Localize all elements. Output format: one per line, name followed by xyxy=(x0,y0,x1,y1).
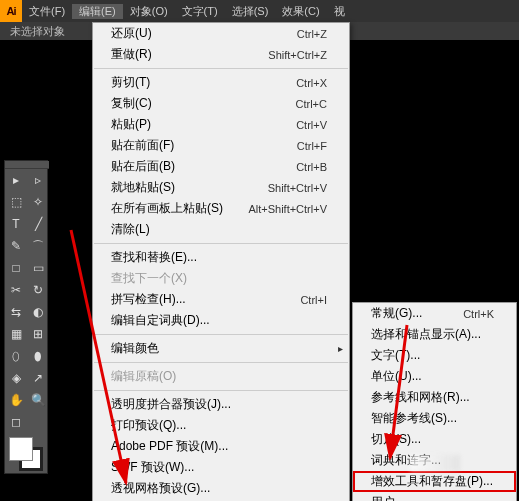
tool-16[interactable]: ⬯ xyxy=(5,345,27,367)
edit-menu-item-3[interactable]: 剪切(T)Ctrl+X xyxy=(93,72,349,93)
edit-menu-item-shortcut: Shift+Ctrl+Z xyxy=(268,49,327,61)
menu-select[interactable]: 选择(S) xyxy=(225,4,276,19)
tool-2[interactable]: ⬚ xyxy=(5,191,27,213)
edit-menu-item-label: 透视网格预设(G)... xyxy=(111,480,210,497)
prefs-menu-item-label: 文字(T)... xyxy=(371,347,420,364)
prefs-menu-item-label: 用户... xyxy=(371,494,405,501)
edit-menu-item-label: 还原(U) xyxy=(111,25,152,42)
edit-menu-item-label: 查找下一个(X) xyxy=(111,270,187,287)
tool-8[interactable]: □ xyxy=(5,257,27,279)
menu-effect[interactable]: 效果(C) xyxy=(275,4,326,19)
edit-menu-item-shortcut: Ctrl+V xyxy=(296,119,327,131)
edit-menu-item-label: 在所有画板上粘贴(S) xyxy=(111,200,223,217)
edit-menu-separator xyxy=(94,334,348,335)
prefs-menu-item-6[interactable]: 切片(S)... xyxy=(353,429,516,450)
tool-22[interactable]: ◻ xyxy=(5,411,27,433)
edit-menu-item-8[interactable]: 就地粘贴(S)Shift+Ctrl+V xyxy=(93,177,349,198)
edit-menu-item-label: 重做(R) xyxy=(111,46,152,63)
prefs-menu-item-1[interactable]: 选择和锚点显示(A)... xyxy=(353,324,516,345)
menu-file[interactable]: 文件(F) xyxy=(22,4,72,19)
edit-menu-item-25[interactable]: 透视网格预设(G)... xyxy=(93,478,349,499)
edit-menu-item-19: 编辑原稿(O) xyxy=(93,366,349,387)
edit-menu-item-21[interactable]: 透明度拼合器预设(J)... xyxy=(93,394,349,415)
prefs-menu-item-4[interactable]: 参考线和网格(R)... xyxy=(353,387,516,408)
edit-menu-item-0[interactable]: 还原(U)Ctrl+Z xyxy=(93,23,349,44)
edit-menu-item-23[interactable]: Adobe PDF 预设(M)... xyxy=(93,436,349,457)
tools-header[interactable] xyxy=(5,161,49,169)
tool-12[interactable]: ⇆ xyxy=(5,301,27,323)
tool-11[interactable]: ↻ xyxy=(27,279,49,301)
prefs-menu-item-2[interactable]: 文字(T)... xyxy=(353,345,516,366)
tool-15[interactable]: ⊞ xyxy=(27,323,49,345)
edit-menu-item-22[interactable]: 打印预设(Q)... xyxy=(93,415,349,436)
edit-menu-item-label: 清除(L) xyxy=(111,221,150,238)
prefs-menu-item-label: 增效工具和暂存盘(P)... xyxy=(371,473,493,490)
edit-menu-item-shortcut: Ctrl+C xyxy=(296,98,327,110)
prefs-menu-item-9[interactable]: 用户... xyxy=(353,492,516,501)
tool-18[interactable]: ◈ xyxy=(5,367,27,389)
edit-menu-item-15[interactable]: 编辑自定词典(D)... xyxy=(93,310,349,331)
prefs-menu-item-5[interactable]: 智能参考线(S)... xyxy=(353,408,516,429)
edit-menu-item-label: 打印预设(Q)... xyxy=(111,417,186,434)
tools-panel: ▸▹⬚✧T╱✎⌒□▭✂↻⇆◐▦⊞⬯⬮◈↗✋🔍◻ xyxy=(4,160,48,474)
edit-menu-item-label: 编辑原稿(O) xyxy=(111,368,176,385)
edit-menu-item-10[interactable]: 清除(L) xyxy=(93,219,349,240)
tool-13[interactable]: ◐ xyxy=(27,301,49,323)
tool-6[interactable]: ✎ xyxy=(5,235,27,257)
edit-menu-item-label: 编辑颜色 xyxy=(111,340,159,357)
edit-menu-item-12[interactable]: 查找和替换(E)... xyxy=(93,247,349,268)
edit-menu-item-label: 透明度拼合器预设(J)... xyxy=(111,396,231,413)
prefs-menu-item-0[interactable]: 常规(G)...Ctrl+K xyxy=(353,303,516,324)
tool-9[interactable]: ▭ xyxy=(27,257,49,279)
prefs-menu-item-label: 参考线和网格(R)... xyxy=(371,389,470,406)
edit-menu-item-6[interactable]: 贴在前面(F)Ctrl+F xyxy=(93,135,349,156)
prefs-menu-item-label: 选择和锚点显示(A)... xyxy=(371,326,481,343)
prefs-menu-item-3[interactable]: 单位(U)... xyxy=(353,366,516,387)
edit-menu-item-shortcut: Shift+Ctrl+V xyxy=(268,182,327,194)
tool-5[interactable]: ╱ xyxy=(27,213,49,235)
prefs-menu-item-8[interactable]: 增效工具和暂存盘(P)... xyxy=(353,471,516,492)
tool-17[interactable]: ⬮ xyxy=(27,345,49,367)
edit-menu-item-label: 贴在后面(B) xyxy=(111,158,175,175)
edit-menu-item-shortcut: Ctrl+B xyxy=(296,161,327,173)
edit-menu-item-17[interactable]: 编辑颜色 xyxy=(93,338,349,359)
edit-menu-item-24[interactable]: SWF 预设(W)... xyxy=(93,457,349,478)
edit-menu-item-shortcut: Ctrl+Z xyxy=(297,28,327,40)
edit-menu-item-1[interactable]: 重做(R)Shift+Ctrl+Z xyxy=(93,44,349,65)
tool-23[interactable] xyxy=(27,411,49,433)
prefs-menu-item-label: 切片(S)... xyxy=(371,431,421,448)
preferences-submenu: 常规(G)...Ctrl+K选择和锚点显示(A)...文字(T)...单位(U)… xyxy=(352,302,517,501)
edit-menu-item-13: 查找下一个(X) xyxy=(93,268,349,289)
edit-menu-separator xyxy=(94,362,348,363)
menu-bar: Ai 文件(F) 编辑(E) 对象(O) 文字(T) 选择(S) 效果(C) 视 xyxy=(0,0,519,22)
tool-1[interactable]: ▹ xyxy=(27,169,49,191)
tool-14[interactable]: ▦ xyxy=(5,323,27,345)
prefs-menu-item-label: 常规(G)... xyxy=(371,305,422,322)
tool-4[interactable]: T xyxy=(5,213,27,235)
app-logo: Ai xyxy=(0,0,22,22)
menu-object[interactable]: 对象(O) xyxy=(123,4,175,19)
tool-10[interactable]: ✂ xyxy=(5,279,27,301)
menu-view[interactable]: 视 xyxy=(327,4,352,19)
tool-19[interactable]: ↗ xyxy=(27,367,49,389)
tool-20[interactable]: ✋ xyxy=(5,389,27,411)
blur-overlay xyxy=(410,455,460,471)
edit-menu-dropdown: 还原(U)Ctrl+Z重做(R)Shift+Ctrl+Z剪切(T)Ctrl+X复… xyxy=(92,22,350,501)
prefs-menu-item-shortcut: Ctrl+K xyxy=(463,308,494,320)
tool-21[interactable]: 🔍 xyxy=(27,389,49,411)
edit-menu-item-4[interactable]: 复制(C)Ctrl+C xyxy=(93,93,349,114)
edit-menu-item-9[interactable]: 在所有画板上粘贴(S)Alt+Shift+Ctrl+V xyxy=(93,198,349,219)
menu-edit[interactable]: 编辑(E) xyxy=(72,4,123,19)
edit-menu-item-14[interactable]: 拼写检查(H)...Ctrl+I xyxy=(93,289,349,310)
edit-menu-item-shortcut: Ctrl+F xyxy=(297,140,327,152)
prefs-menu-item-label: 智能参考线(S)... xyxy=(371,410,457,427)
menu-type[interactable]: 文字(T) xyxy=(175,4,225,19)
edit-menu-item-5[interactable]: 粘贴(P)Ctrl+V xyxy=(93,114,349,135)
edit-menu-item-label: 贴在前面(F) xyxy=(111,137,174,154)
tool-0[interactable]: ▸ xyxy=(5,169,27,191)
tool-7[interactable]: ⌒ xyxy=(27,235,49,257)
tool-3[interactable]: ✧ xyxy=(27,191,49,213)
color-swatch[interactable] xyxy=(5,433,49,473)
edit-menu-item-label: 就地粘贴(S) xyxy=(111,179,175,196)
edit-menu-item-7[interactable]: 贴在后面(B)Ctrl+B xyxy=(93,156,349,177)
